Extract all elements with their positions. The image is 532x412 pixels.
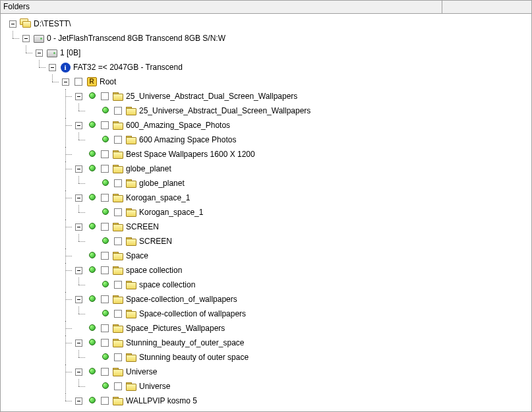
folder-icon <box>126 382 136 391</box>
tree-folder[interactable]: globe_planetglobe_planet <box>72 162 531 191</box>
checkbox[interactable] <box>101 121 109 129</box>
folder-label: Space_Pictures_Wallpapers <box>125 321 225 336</box>
tree-folder[interactable]: Space_Pictures_Wallpapers <box>72 321 531 336</box>
tree-root-path[interactable]: D:\TESTT\ 0 - JetFlashTranscend 8GB Tran… <box>6 16 531 408</box>
checkbox[interactable] <box>114 237 122 245</box>
checkbox[interactable] <box>114 310 122 318</box>
checkbox[interactable] <box>101 339 109 347</box>
tree-subfolder[interactable]: Stunning beauty of outer space <box>85 350 531 365</box>
folder-icon <box>126 237 136 246</box>
folder-label: Space <box>125 249 148 263</box>
folder-label: space collection <box>125 263 182 278</box>
expand-toggle[interactable] <box>36 49 43 57</box>
tree-folder[interactable]: Space-collection_of_wallpapersSpace-coll… <box>72 292 531 321</box>
checkbox[interactable] <box>101 368 109 376</box>
checkbox[interactable] <box>101 150 109 158</box>
status-dot-icon <box>85 191 98 205</box>
folder-tree[interactable]: D:\TESTT\ 0 - JetFlashTranscend 8GB Tran… <box>1 14 531 411</box>
folder-icon <box>113 194 123 202</box>
tree-partition[interactable]: 1 [0B] i FAT32 =< 2047GB - Transcend <box>32 45 531 408</box>
expand-toggle[interactable] <box>75 267 82 274</box>
folder-label: 600_Amazing_Space_Photos <box>125 118 230 132</box>
checkbox[interactable] <box>101 92 109 100</box>
checkbox[interactable] <box>114 107 122 115</box>
tree-folder[interactable]: 25_Universe_Abstract_Dual_Screen_Wallpap… <box>72 89 531 118</box>
drive-icon <box>34 35 44 43</box>
expand-toggle[interactable] <box>9 20 16 28</box>
expand-toggle[interactable] <box>75 339 82 347</box>
status-dot-icon <box>85 162 98 176</box>
expand-toggle[interactable] <box>75 296 82 303</box>
subfolder-label: space collection <box>138 278 195 292</box>
tree-folder[interactable]: Stunning_beauty_of_outer_spaceStunning b… <box>72 336 531 365</box>
expand-toggle[interactable] <box>62 78 69 86</box>
tree-subfolder[interactable]: Universe <box>85 379 531 394</box>
tree-subfolder[interactable]: Korogan_space_1 <box>85 205 531 220</box>
tree-folder[interactable]: Korogan_space_1Korogan_space_1 <box>72 191 531 220</box>
expand-toggle[interactable] <box>75 397 82 405</box>
folder-label: Universe <box>125 365 157 379</box>
tree-subfolder[interactable]: space collection <box>85 278 531 292</box>
tree-folder[interactable]: space collectionspace collection <box>72 263 531 292</box>
expand-toggle[interactable] <box>75 368 82 376</box>
tree-filesystem[interactable]: i FAT32 =< 2047GB - Transcend <box>45 60 531 408</box>
root-folder-label: Root <box>98 74 116 89</box>
subfolder-label: Korogan_space_1 <box>138 205 203 220</box>
tree-folder[interactable]: UniverseUniverse <box>72 365 531 394</box>
status-dot-icon <box>85 89 98 103</box>
folder-icon <box>113 165 123 173</box>
status-dot-icon <box>85 292 98 307</box>
expand-toggle[interactable] <box>22 35 30 42</box>
checkbox[interactable] <box>74 78 82 86</box>
tree-subfolder[interactable]: 600 Amazing Space Photos <box>85 132 531 147</box>
checkbox[interactable] <box>114 136 122 144</box>
tree-subfolder[interactable]: globe_planet <box>85 176 531 191</box>
checkbox[interactable] <box>101 397 109 405</box>
tree-folder[interactable]: Space <box>72 249 531 263</box>
tree-folder[interactable]: SCREENSCREEN <box>72 220 531 249</box>
checkbox[interactable] <box>101 324 109 332</box>
checkbox[interactable] <box>114 281 122 289</box>
folder-icon <box>113 266 123 275</box>
expand-toggle[interactable] <box>75 122 82 129</box>
expand-toggle[interactable] <box>75 223 82 231</box>
subfolder-label: Space-collection of wallpapers <box>138 307 246 321</box>
checkbox[interactable] <box>101 223 109 231</box>
status-dot-icon <box>85 321 98 336</box>
checkbox[interactable] <box>101 165 109 173</box>
folder-icon <box>113 150 123 159</box>
tree-subfolder[interactable]: Space-collection of wallpapers <box>85 307 531 321</box>
folder-label: SCREEN <box>125 220 159 234</box>
expand-toggle[interactable] <box>49 64 56 71</box>
device-label: 0 - JetFlashTranscend 8GB Transcend 8GB … <box>45 31 225 45</box>
folder-label: WALLPVIP kosmo 5 <box>125 394 197 408</box>
checkbox[interactable] <box>101 266 109 274</box>
info-icon: i <box>61 63 71 73</box>
checkbox[interactable] <box>114 208 122 216</box>
tree-folder[interactable]: WALLPVIP kosmo 5 <box>72 394 531 408</box>
tree-folder[interactable]: Best Space Wallpapers 1600 X 1200 <box>72 147 531 162</box>
checkbox[interactable] <box>114 353 122 361</box>
tree-subfolder[interactable]: 25_Universe_Abstract_Dual_Screen_Wallpap… <box>85 103 531 118</box>
tree-subfolder[interactable]: SCREEN <box>85 234 531 249</box>
status-dot-icon <box>85 336 98 350</box>
status-dot-icon <box>85 147 98 162</box>
checkbox[interactable] <box>101 194 109 202</box>
checkbox[interactable] <box>114 179 122 187</box>
checkbox[interactable] <box>101 295 109 303</box>
folder-icon <box>113 295 123 304</box>
status-dot-icon <box>98 205 111 220</box>
folder-icon <box>113 121 123 130</box>
expand-toggle[interactable] <box>75 194 82 202</box>
status-dot-icon <box>85 220 98 234</box>
folder-icon <box>126 107 136 115</box>
expand-toggle[interactable] <box>75 93 82 100</box>
checkbox[interactable] <box>114 382 122 390</box>
folder-icon <box>113 223 123 231</box>
folder-icon <box>113 368 123 376</box>
checkbox[interactable] <box>101 252 109 260</box>
tree-device[interactable]: 0 - JetFlashTranscend 8GB Transcend 8GB … <box>19 31 531 408</box>
expand-toggle[interactable] <box>75 165 82 173</box>
tree-folder[interactable]: 600_Amazing_Space_Photos600 Amazing Spac… <box>72 118 531 147</box>
tree-root-folder[interactable]: R Root 25_Universe_Abstract_Dual_Screen_… <box>59 74 531 408</box>
